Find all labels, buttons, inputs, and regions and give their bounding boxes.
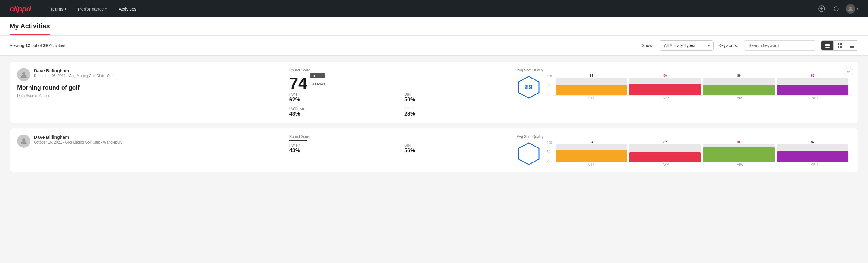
svg-rect-12	[850, 45, 854, 46]
svg-rect-6	[825, 47, 830, 48]
stat-grid: FW Hit 43% GIR 56%	[289, 143, 512, 154]
refresh-icon[interactable]	[831, 4, 841, 13]
svg-rect-4	[825, 43, 830, 45]
updown-stat: Up/Down 43%	[289, 107, 397, 117]
fw-hit-stat: FW Hit 43%	[289, 143, 397, 154]
brand-logo[interactable]: clippd	[10, 4, 31, 13]
shot-quality-hexagon	[517, 142, 541, 166]
toolbar: Viewing 12 out of 29 Activities Show: Al…	[0, 35, 868, 56]
page-title: My Activities	[10, 22, 50, 35]
svg-marker-18	[519, 143, 539, 165]
activity-card: Dave Billingham October 16, 2021 - Gog M…	[10, 128, 858, 172]
view-toggle	[821, 40, 858, 51]
svg-rect-13	[850, 46, 854, 47]
nav-links: Teams ▾ Performance ▾ Activities	[45, 4, 817, 14]
user-name: Dave Billingham	[34, 68, 284, 73]
card-stats: Round Score FW Hit 43% GIR 56%	[289, 135, 512, 154]
activity-card: Dave Billingham December 05, 2021 - Gog …	[10, 62, 858, 123]
card-user-info: Dave Billingham October 16, 2021 - Gog M…	[34, 135, 284, 144]
gir-stat: GIR 50%	[404, 92, 512, 103]
shot-quality-hexagon: 89	[517, 75, 541, 99]
svg-rect-8	[840, 43, 842, 45]
user-name: Dave Billingham	[34, 135, 284, 140]
user-menu[interactable]: ▾	[846, 4, 858, 13]
svg-rect-14	[850, 47, 854, 48]
view-list-button[interactable]	[822, 40, 834, 50]
activity-title: Morning round of golf	[17, 84, 284, 91]
card-left: Dave Billingham December 05, 2021 - Gog …	[17, 68, 284, 98]
view-compact-button[interactable]	[846, 40, 858, 50]
stat-grid: FW Hit 62% GIR 50% Up/Down 43% 1 Putt 28…	[289, 92, 512, 117]
shot-quality-label: Avg Shot Quality	[517, 68, 851, 72]
svg-point-17	[22, 139, 25, 141]
card-stats: Round Score 74 +4 18 Holes FW Hit 62% GI…	[289, 68, 512, 117]
ott-bar: 85	[556, 74, 627, 95]
nav-actions: ▾	[817, 4, 858, 13]
shot-quality: Avg Shot Quality 100 50	[517, 135, 851, 166]
app-bar: 90	[629, 74, 701, 95]
shot-quality: Avg Shot Quality 89 100 50	[517, 68, 851, 99]
arg-bar: 106	[703, 141, 774, 162]
shot-quality-chart: 100 50 0 94	[547, 141, 851, 166]
card-left: Dave Billingham October 16, 2021 - Gog M…	[17, 135, 284, 148]
edit-button[interactable]: ✏	[844, 67, 853, 77]
score-divider	[289, 140, 307, 141]
viewing-count: 12	[26, 43, 30, 48]
avatar	[17, 135, 30, 148]
nav-activities[interactable]: Activities	[114, 4, 142, 14]
activity-date: October 16, 2021 - Gog Magog Golf Club -…	[34, 140, 284, 144]
card-row: Dave Billingham December 05, 2021 - Gog …	[17, 68, 851, 117]
search-input[interactable]	[744, 40, 816, 51]
activity-type-select[interactable]: All Activity Types	[659, 40, 714, 51]
gir-stat: GIR 56%	[404, 143, 512, 154]
view-grid-button[interactable]	[834, 40, 846, 50]
svg-rect-5	[825, 45, 830, 46]
oneputt-stat: 1 Putt 28%	[404, 107, 512, 117]
nav-teams[interactable]: Teams ▾	[45, 4, 71, 14]
svg-point-3	[849, 7, 852, 9]
avatar	[846, 4, 856, 13]
svg-rect-7	[838, 43, 839, 45]
svg-rect-11	[850, 43, 854, 44]
navigation: clippd Teams ▾ Performance ▾ Activities	[0, 0, 868, 18]
shot-quality-chart: 100 50 0 85	[547, 75, 851, 99]
fw-hit-stat: FW Hit 62%	[289, 92, 397, 103]
card-row: Dave Billingham October 16, 2021 - Gog M…	[17, 135, 851, 166]
ott-bar: 94	[556, 141, 627, 162]
page-header: My Activities	[0, 18, 868, 35]
show-label: Show:	[642, 43, 654, 48]
viewing-total: 29	[43, 43, 48, 48]
chart-x-labels: OTT APP ARG PUTT	[547, 96, 851, 99]
putt-bar: 87	[777, 141, 848, 162]
chevron-down-icon: ▾	[105, 7, 107, 10]
avatar	[17, 68, 30, 81]
svg-point-15	[22, 72, 25, 75]
svg-rect-10	[840, 46, 842, 48]
add-icon[interactable]	[817, 4, 827, 13]
round-score-label: Round Score	[289, 68, 512, 72]
data-source: Data Source: Arccos	[17, 94, 284, 98]
shot-quality-label: Avg Shot Quality	[517, 135, 851, 139]
card-user-info: Dave Billingham December 05, 2021 - Gog …	[34, 68, 284, 78]
chevron-down-icon: ▾	[65, 7, 66, 10]
app-bar: 82	[629, 141, 701, 162]
round-score-value: 74	[289, 75, 307, 91]
chart-x-labels: OTT APP ARG PUTT	[547, 163, 851, 166]
svg-rect-9	[838, 46, 839, 48]
activity-date: December 05, 2021 - Gog Magog Golf Club …	[34, 74, 284, 78]
activities-list: Dave Billingham December 05, 2021 - Gog …	[0, 56, 868, 178]
keywords-label: Keywords:	[718, 43, 738, 48]
nav-performance[interactable]: Performance ▾	[73, 4, 112, 14]
activity-type-filter[interactable]: All Activity Types	[659, 40, 714, 51]
score-badge: +4	[310, 74, 325, 78]
putt-bar: 89	[777, 74, 848, 95]
user-chevron-icon: ▾	[857, 7, 858, 11]
holes-label: 18 Holes	[310, 82, 325, 86]
viewing-info: Viewing 12 out of 29 Activities	[10, 43, 637, 48]
round-score-label: Round Score	[289, 135, 512, 139]
arg-bar: 89	[703, 74, 774, 95]
